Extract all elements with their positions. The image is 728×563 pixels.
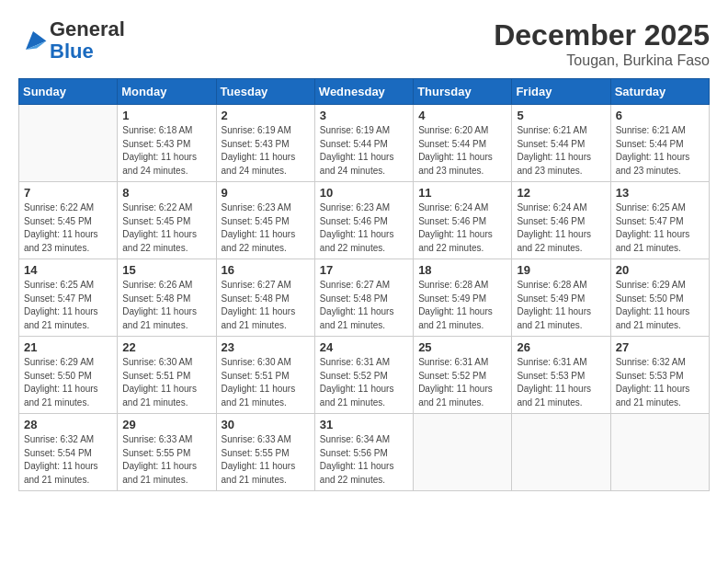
day-info: Sunrise: 6:29 AMSunset: 5:50 PMDaylight:… <box>616 279 704 332</box>
calendar-cell: 9Sunrise: 6:23 AMSunset: 5:45 PMDaylight… <box>216 182 314 259</box>
day-number: 26 <box>517 340 605 354</box>
day-number: 24 <box>320 340 408 354</box>
calendar-cell: 26Sunrise: 6:31 AMSunset: 5:53 PMDayligh… <box>512 337 610 414</box>
day-number: 16 <box>222 263 310 277</box>
calendar-cell: 27Sunrise: 6:32 AMSunset: 5:53 PMDayligh… <box>610 337 709 414</box>
calendar-cell: 1Sunrise: 6:18 AMSunset: 5:43 PMDaylight… <box>118 105 216 182</box>
calendar-cell: 29Sunrise: 6:33 AMSunset: 5:55 PMDayligh… <box>118 414 216 491</box>
calendar-cell: 30Sunrise: 6:33 AMSunset: 5:55 PMDayligh… <box>216 414 314 491</box>
day-number: 14 <box>24 263 112 277</box>
calendar-week-row: 28Sunrise: 6:32 AMSunset: 5:54 PMDayligh… <box>19 414 710 491</box>
calendar-cell: 7Sunrise: 6:22 AMSunset: 5:45 PMDaylight… <box>19 182 118 259</box>
day-header-sunday: Sunday <box>19 79 118 105</box>
day-header-saturday: Saturday <box>610 79 709 105</box>
calendar-week-row: 21Sunrise: 6:29 AMSunset: 5:50 PMDayligh… <box>19 337 710 414</box>
calendar-week-row: 1Sunrise: 6:18 AMSunset: 5:43 PMDaylight… <box>19 105 710 182</box>
day-info: Sunrise: 6:31 AMSunset: 5:52 PMDaylight:… <box>320 356 408 409</box>
day-number: 1 <box>122 109 210 122</box>
day-info: Sunrise: 6:32 AMSunset: 5:53 PMDaylight:… <box>616 356 704 409</box>
calendar-cell: 5Sunrise: 6:21 AMSunset: 5:44 PMDaylight… <box>512 105 610 182</box>
day-info: Sunrise: 6:31 AMSunset: 5:52 PMDaylight:… <box>418 356 506 409</box>
day-number: 17 <box>320 263 408 277</box>
day-info: Sunrise: 6:29 AMSunset: 5:50 PMDaylight:… <box>24 356 112 409</box>
day-info: Sunrise: 6:33 AMSunset: 5:55 PMDaylight:… <box>122 433 210 487</box>
day-info: Sunrise: 6:22 AMSunset: 5:45 PMDaylight:… <box>122 201 210 255</box>
day-info: Sunrise: 6:34 AMSunset: 5:56 PMDaylight:… <box>320 433 408 487</box>
calendar-cell: 15Sunrise: 6:26 AMSunset: 5:48 PMDayligh… <box>118 259 216 337</box>
day-info: Sunrise: 6:31 AMSunset: 5:53 PMDaylight:… <box>517 356 605 409</box>
day-number: 3 <box>320 109 408 122</box>
day-info: Sunrise: 6:19 AMSunset: 5:44 PMDaylight:… <box>320 124 408 178</box>
day-number: 10 <box>320 186 408 200</box>
day-info: Sunrise: 6:33 AMSunset: 5:55 PMDaylight:… <box>222 433 310 487</box>
calendar-cell: 23Sunrise: 6:30 AMSunset: 5:51 PMDayligh… <box>216 337 314 414</box>
day-header-monday: Monday <box>118 79 216 105</box>
day-number: 5 <box>517 109 605 122</box>
day-info: Sunrise: 6:27 AMSunset: 5:48 PMDaylight:… <box>320 279 408 332</box>
day-info: Sunrise: 6:18 AMSunset: 5:43 PMDaylight:… <box>122 124 210 178</box>
day-number: 11 <box>418 186 506 200</box>
day-number: 19 <box>517 263 605 277</box>
calendar-cell: 31Sunrise: 6:34 AMSunset: 5:56 PMDayligh… <box>314 414 413 491</box>
day-number: 13 <box>616 186 704 200</box>
day-number: 18 <box>418 263 506 277</box>
calendar-cell: 18Sunrise: 6:28 AMSunset: 5:49 PMDayligh… <box>414 259 512 337</box>
logo-icon <box>18 28 48 53</box>
day-number: 21 <box>24 340 112 354</box>
calendar-cell: 14Sunrise: 6:25 AMSunset: 5:47 PMDayligh… <box>19 259 118 337</box>
calendar-cell: 12Sunrise: 6:24 AMSunset: 5:46 PMDayligh… <box>512 182 610 259</box>
calendar-cell <box>414 414 512 491</box>
day-info: Sunrise: 6:24 AMSunset: 5:46 PMDaylight:… <box>418 201 506 255</box>
day-number: 7 <box>24 186 112 200</box>
title-section: December 2025 Tougan, Burkina Faso <box>494 18 710 69</box>
calendar-cell: 20Sunrise: 6:29 AMSunset: 5:50 PMDayligh… <box>610 259 709 337</box>
location-title: Tougan, Burkina Faso <box>494 52 710 69</box>
calendar-cell: 19Sunrise: 6:28 AMSunset: 5:49 PMDayligh… <box>512 259 610 337</box>
calendar-cell: 10Sunrise: 6:23 AMSunset: 5:46 PMDayligh… <box>314 182 413 259</box>
day-number: 31 <box>320 418 408 431</box>
day-info: Sunrise: 6:25 AMSunset: 5:47 PMDaylight:… <box>616 201 704 255</box>
calendar-cell: 22Sunrise: 6:30 AMSunset: 5:51 PMDayligh… <box>118 337 216 414</box>
day-info: Sunrise: 6:24 AMSunset: 5:46 PMDaylight:… <box>517 201 605 255</box>
day-number: 27 <box>616 340 704 354</box>
day-info: Sunrise: 6:20 AMSunset: 5:44 PMDaylight:… <box>418 124 506 178</box>
calendar-cell: 17Sunrise: 6:27 AMSunset: 5:48 PMDayligh… <box>314 259 413 337</box>
month-year-title: December 2025 <box>494 18 710 52</box>
day-header-thursday: Thursday <box>414 79 512 105</box>
calendar-cell: 21Sunrise: 6:29 AMSunset: 5:50 PMDayligh… <box>19 337 118 414</box>
day-info: Sunrise: 6:19 AMSunset: 5:43 PMDaylight:… <box>222 124 310 178</box>
logo: General Blue <box>18 18 125 63</box>
header: General Blue December 2025 Tougan, Burki… <box>18 18 710 69</box>
calendar-cell: 16Sunrise: 6:27 AMSunset: 5:48 PMDayligh… <box>216 259 314 337</box>
day-info: Sunrise: 6:30 AMSunset: 5:51 PMDaylight:… <box>122 356 210 409</box>
calendar-cell: 28Sunrise: 6:32 AMSunset: 5:54 PMDayligh… <box>19 414 118 491</box>
calendar-cell: 24Sunrise: 6:31 AMSunset: 5:52 PMDayligh… <box>314 337 413 414</box>
day-number: 22 <box>122 340 210 354</box>
day-number: 23 <box>222 340 310 354</box>
day-info: Sunrise: 6:30 AMSunset: 5:51 PMDaylight:… <box>222 356 310 409</box>
day-info: Sunrise: 6:26 AMSunset: 5:48 PMDaylight:… <box>122 279 210 332</box>
calendar-cell: 13Sunrise: 6:25 AMSunset: 5:47 PMDayligh… <box>610 182 709 259</box>
day-number: 20 <box>616 263 704 277</box>
calendar-cell <box>610 414 709 491</box>
calendar-cell: 2Sunrise: 6:19 AMSunset: 5:43 PMDaylight… <box>216 105 314 182</box>
calendar-cell: 4Sunrise: 6:20 AMSunset: 5:44 PMDaylight… <box>414 105 512 182</box>
calendar-week-row: 7Sunrise: 6:22 AMSunset: 5:45 PMDaylight… <box>19 182 710 259</box>
logo-text: General Blue <box>50 18 125 63</box>
day-number: 6 <box>616 109 704 122</box>
day-number: 8 <box>122 186 210 200</box>
day-info: Sunrise: 6:28 AMSunset: 5:49 PMDaylight:… <box>517 279 605 332</box>
day-info: Sunrise: 6:28 AMSunset: 5:49 PMDaylight:… <box>418 279 506 332</box>
calendar-cell <box>19 105 118 182</box>
day-number: 15 <box>122 263 210 277</box>
calendar-header-row: SundayMondayTuesdayWednesdayThursdayFrid… <box>19 79 710 105</box>
day-info: Sunrise: 6:27 AMSunset: 5:48 PMDaylight:… <box>222 279 310 332</box>
calendar-cell: 3Sunrise: 6:19 AMSunset: 5:44 PMDaylight… <box>314 105 413 182</box>
calendar-week-row: 14Sunrise: 6:25 AMSunset: 5:47 PMDayligh… <box>19 259 710 337</box>
day-info: Sunrise: 6:23 AMSunset: 5:46 PMDaylight:… <box>320 201 408 255</box>
calendar-cell <box>512 414 610 491</box>
day-number: 12 <box>517 186 605 200</box>
day-number: 9 <box>222 186 310 200</box>
day-info: Sunrise: 6:23 AMSunset: 5:45 PMDaylight:… <box>222 201 310 255</box>
day-number: 2 <box>222 109 310 122</box>
